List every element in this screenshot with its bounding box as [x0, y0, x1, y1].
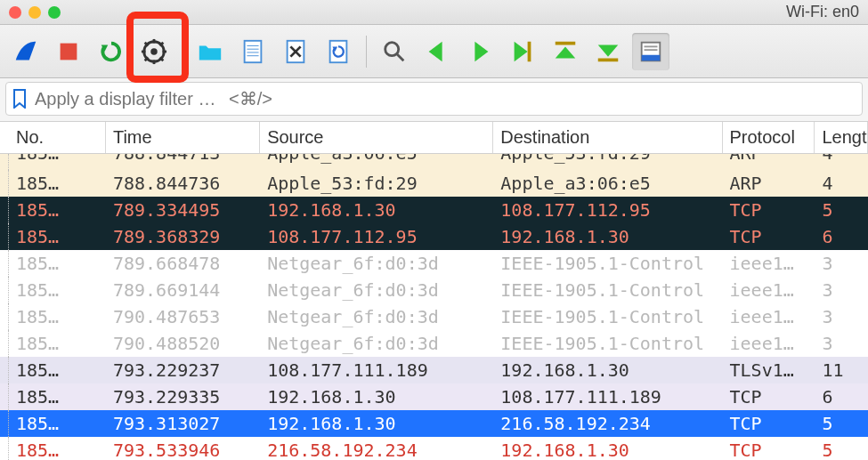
stop-icon — [55, 38, 82, 65]
open-file-button[interactable] — [191, 33, 229, 70]
arrow-left-icon — [424, 38, 450, 65]
row-gutter — [0, 383, 9, 410]
table-row[interactable]: 185…790.487653Netgear_6f:d0:3dIEEE-1905.… — [0, 303, 868, 330]
maximize-window-button[interactable] — [48, 6, 61, 19]
stop-capture-button[interactable] — [50, 33, 87, 70]
cell-time: 793.313027 — [106, 413, 260, 434]
folder-icon — [197, 38, 223, 65]
bookmark-icon[interactable] — [12, 89, 28, 109]
cell-destination: IEEE-1905.1-Control — [493, 306, 722, 327]
cell-protocol: TCP — [723, 386, 815, 408]
cell-time: 793.229335 — [106, 386, 260, 408]
titlebar: Wi-Fi: en0 — [0, 0, 868, 25]
restart-icon — [98, 38, 125, 65]
restart-capture-button[interactable] — [93, 33, 130, 70]
cell-destination: 192.168.1.30 — [493, 226, 722, 247]
auto-scroll-button[interactable] — [632, 33, 669, 70]
close-window-button[interactable] — [9, 6, 21, 19]
svg-marker-26 — [515, 41, 528, 61]
go-last-button[interactable] — [589, 33, 627, 70]
table-row[interactable]: 185…793.313027192.168.1.30216.58.192.234… — [0, 410, 868, 437]
go-to-packet-button[interactable] — [504, 33, 541, 70]
go-back-button[interactable] — [418, 33, 456, 70]
header-source[interactable]: Source — [260, 122, 493, 153]
cell-source: Netgear_6f:d0:3d — [260, 306, 493, 327]
cell-no: 185… — [9, 199, 106, 221]
cell-length: 5 — [815, 413, 869, 434]
table-row[interactable]: 185…789.668478Netgear_6f:d0:3dIEEE-1905.… — [0, 250, 868, 277]
cell-destination: Apple_53:fd:29 — [493, 154, 722, 164]
cell-time: 793.533946 — [106, 440, 260, 460]
cell-protocol: TCP — [723, 413, 815, 434]
cell-no: 185… — [9, 359, 106, 381]
row-gutter — [0, 223, 9, 250]
table-row[interactable]: 185…788.844713Apple_a3:06:e5Apple_53:fd:… — [0, 154, 868, 170]
row-gutter — [0, 437, 9, 460]
table-row[interactable]: 185…789.669144Netgear_6f:d0:3dIEEE-1905.… — [0, 277, 868, 303]
cell-protocol: TCP — [723, 226, 815, 247]
svg-rect-0 — [61, 43, 77, 60]
close-file-button[interactable] — [277, 33, 314, 70]
go-first-button[interactable] — [547, 33, 584, 70]
cell-time: 789.368329 — [106, 226, 260, 247]
cell-source: Netgear_6f:d0:3d — [260, 333, 493, 354]
cell-source: Apple_53:fd:29 — [260, 173, 493, 194]
cell-time: 788.844713 — [106, 154, 260, 164]
row-gutter — [0, 357, 9, 383]
gear-icon — [141, 38, 167, 65]
cell-destination: IEEE-1905.1-Control — [493, 253, 722, 274]
document-close-icon — [282, 38, 309, 65]
cell-time: 789.334495 — [106, 199, 260, 221]
svg-rect-33 — [642, 54, 661, 61]
magnifier-icon — [381, 38, 408, 65]
cell-length: 6 — [815, 226, 869, 247]
svg-rect-28 — [556, 41, 576, 44]
table-row[interactable]: 185…790.488520Netgear_6f:d0:3dIEEE-1905.… — [0, 330, 868, 357]
display-filter-bar: <⌘/> — [5, 82, 863, 116]
toolbar-separator — [182, 36, 183, 68]
svg-marker-24 — [429, 41, 442, 61]
toolbar-separator — [366, 36, 367, 68]
reload-file-button[interactable] — [320, 33, 357, 70]
cell-no: 185… — [9, 306, 106, 327]
header-time[interactable]: Time — [106, 122, 260, 153]
minimize-window-button[interactable] — [28, 6, 41, 19]
display-filter-input[interactable] — [35, 89, 222, 109]
find-packet-button[interactable] — [376, 33, 413, 70]
cell-length: 3 — [815, 253, 869, 274]
table-row[interactable]: 185…793.229335192.168.1.30108.177.111.18… — [0, 383, 868, 410]
packet-list: 185…788.844713Apple_a3:06:e5Apple_53:fd:… — [0, 154, 868, 460]
table-row[interactable]: 185…789.334495192.168.1.30108.177.112.95… — [0, 197, 868, 223]
toolbar — [0, 25, 868, 78]
cell-no: 185… — [9, 253, 106, 274]
start-capture-button[interactable] — [7, 33, 45, 70]
table-row[interactable]: 185…788.844736Apple_53:fd:29Apple_a3:06:… — [0, 170, 868, 197]
svg-line-23 — [397, 53, 404, 61]
header-destination[interactable]: Destination — [493, 122, 722, 153]
svg-rect-12 — [245, 40, 262, 61]
cell-protocol: ARP — [723, 173, 815, 194]
go-forward-button[interactable] — [461, 33, 499, 70]
arrow-down-to-line-icon — [595, 38, 621, 65]
header-length[interactable]: Lengt — [815, 122, 868, 153]
header-protocol[interactable]: Protocol — [723, 122, 815, 153]
cell-length: 5 — [815, 199, 869, 221]
cell-time: 788.844736 — [106, 173, 260, 194]
arrow-up-to-line-icon — [552, 38, 579, 65]
cell-source: 216.58.192.234 — [260, 440, 493, 460]
header-no[interactable]: No. — [9, 122, 106, 153]
table-row[interactable]: 185…789.368329108.177.112.95192.168.1.30… — [0, 223, 868, 250]
table-row[interactable]: 185…793.533946216.58.192.234192.168.1.30… — [0, 437, 868, 460]
cell-length: 3 — [815, 333, 869, 354]
cell-destination: Apple_a3:06:e5 — [493, 173, 722, 194]
table-row[interactable]: 185…793.229237108.177.111.189192.168.1.3… — [0, 357, 868, 383]
capture-options-button[interactable] — [135, 33, 173, 70]
cell-time: 790.488520 — [106, 333, 260, 354]
cell-length: 4 — [815, 154, 869, 164]
cell-length: 11 — [815, 359, 869, 381]
cell-no: 185… — [9, 413, 106, 434]
document-icon — [239, 38, 266, 65]
save-file-button[interactable] — [234, 33, 272, 70]
cell-no: 185… — [9, 279, 106, 301]
cell-no: 185… — [9, 173, 106, 194]
